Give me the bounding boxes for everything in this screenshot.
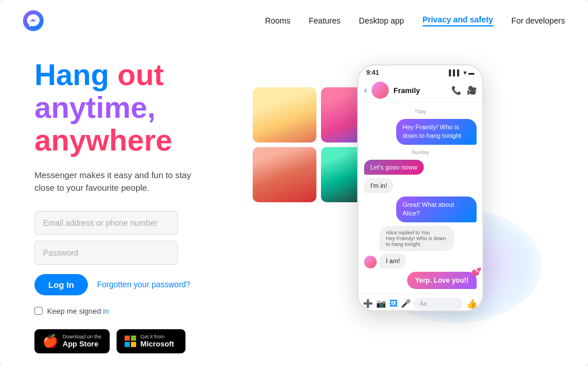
ms-blue-sq <box>125 342 130 347</box>
phone-input-bar: ➕ 📷 🖼 🎤 Aa 👍 <box>358 294 482 311</box>
add-icon[interactable]: ➕ <box>363 299 373 308</box>
microsoft-store-big: Microsoft <box>141 340 175 348</box>
phone-input-icons: ➕ 📷 🖼 🎤 <box>363 299 411 308</box>
msg-bubble-2: Let's gooo noww <box>364 160 424 175</box>
wifi-icon: ▾ <box>463 70 466 76</box>
keep-signed-checkbox[interactable] <box>34 307 42 315</box>
phone-mockup: 9:41 ▌▌▌ ▾ ▬ ‹ Framily 📞 🎥 <box>357 64 483 311</box>
microsoft-store-small: Get it from <box>141 334 175 340</box>
navbar: Rooms Features Desktop app Privacy and s… <box>0 0 588 41</box>
nav-links: Rooms Features Desktop app Privacy and s… <box>265 15 565 26</box>
keep-signed-in: in <box>103 307 109 315</box>
phone-header: ‹ Framily 📞 🎥 <box>358 78 482 103</box>
nav-developers[interactable]: For developers <box>512 16 565 25</box>
login-button[interactable]: Log In <box>34 274 88 295</box>
mic-icon[interactable]: 🎤 <box>401 299 411 308</box>
actions-row: Log In Forgotten your password? <box>34 274 253 295</box>
phone-text-input[interactable]: Aa <box>414 298 463 310</box>
love-bubble-wrapper: Yerp. Love you!! 💕 <box>407 272 477 289</box>
phone-status-bar: 9:41 ▌▌▌ ▾ ▬ <box>358 66 482 78</box>
contact-avatar <box>372 82 389 99</box>
hero-headline: Hang out anytime, anywhere <box>34 59 253 157</box>
ms-red-sq <box>125 336 130 341</box>
nav-features[interactable]: Features <box>309 16 341 25</box>
store-buttons: 🍎 Download on the App Store G <box>34 329 253 353</box>
msg-bubble-4: Great! What about Alice? <box>396 197 477 222</box>
hero-out: out <box>117 58 164 91</box>
hero-anytime: anytime, <box>34 91 156 124</box>
email-input[interactable] <box>34 211 178 235</box>
contact-name: Framily <box>393 86 447 95</box>
image-icon[interactable]: 🖼 <box>389 299 397 308</box>
hero-subtext: Messenger makes it easy and fun to stay … <box>34 169 207 195</box>
hero-hang: Hang <box>34 58 117 91</box>
svg-point-0 <box>23 10 44 31</box>
hero-anywhere: anywhere <box>34 124 172 157</box>
msg-with-avatar: Alice replied to YouHey Framily! Who is … <box>364 226 477 268</box>
apple-store-big: App Store <box>63 340 102 348</box>
camera-icon[interactable]: 📷 <box>376 299 386 308</box>
chat-area: Tday Hey Framily! Who is down to hang to… <box>358 103 482 294</box>
right-section: 9:41 ▌▌▌ ▾ ▬ ‹ Framily 📞 🎥 <box>253 53 554 311</box>
messenger-logo <box>23 10 44 31</box>
apple-icon: 🍎 <box>42 334 58 349</box>
password-input[interactable] <box>34 241 178 265</box>
phone-status-icons: ▌▌▌ ▾ ▬ <box>449 70 474 76</box>
msg-bubble-3: I'm in! <box>364 178 393 193</box>
ms-yellow-sq <box>131 342 136 347</box>
microsoft-store-button[interactable]: Get it from Microsoft <box>117 329 185 353</box>
phone-call-icon[interactable]: 📞 <box>451 86 461 95</box>
main-content: Hang out anytime, anywhere Messenger mak… <box>0 41 588 366</box>
ms-green-sq <box>131 336 136 341</box>
battery-icon: ▬ <box>469 70 474 76</box>
app-store-button[interactable]: 🍎 Download on the App Store <box>34 329 110 353</box>
phone-time: 9:41 <box>366 69 379 76</box>
back-arrow-icon[interactable]: ‹ <box>364 85 367 95</box>
nav-rooms[interactable]: Rooms <box>265 16 290 25</box>
photo-cell-3 <box>253 147 316 202</box>
left-section: Hang out anytime, anywhere Messenger mak… <box>34 53 253 353</box>
msg-time-sunday: Sunday <box>364 149 477 155</box>
keep-signed-row: Keep me signed in <box>34 307 253 315</box>
video-call-icon[interactable]: 🎥 <box>467 86 477 95</box>
microsoft-store-text: Get it from Microsoft <box>141 334 175 348</box>
alice-avatar <box>364 256 377 268</box>
apple-store-small: Download on the <box>63 334 102 340</box>
logo-wrapper <box>23 10 44 31</box>
send-icon[interactable]: 👍 <box>466 298 478 309</box>
nav-desktop-app[interactable]: Desktop app <box>359 16 404 25</box>
photo-cell-1 <box>253 87 316 142</box>
keep-signed-label: Keep me signed in <box>47 307 109 315</box>
page-container: Rooms Features Desktop app Privacy and s… <box>0 0 588 366</box>
reply-block: Alice replied to YouHey Framily! Who is … <box>380 226 454 251</box>
msg-bubble-5: I am! <box>380 253 406 268</box>
msg-time-today: Tday <box>364 109 477 114</box>
msg-bubble-love: Yerp. Love you!! <box>407 272 477 289</box>
msg-bubble-1: Hey Framily! Who is down to hang tonight <box>396 119 477 145</box>
nav-privacy-safety[interactable]: Privacy and safety <box>423 15 493 26</box>
love-hearts: 💕 <box>471 267 481 276</box>
apple-store-text: Download on the App Store <box>63 334 102 348</box>
phone-header-icons: 📞 🎥 <box>451 86 477 95</box>
microsoft-icon <box>125 336 136 347</box>
forgot-password-link[interactable]: Forgotten your password? <box>97 280 191 289</box>
signal-icon: ▌▌▌ <box>449 70 461 76</box>
